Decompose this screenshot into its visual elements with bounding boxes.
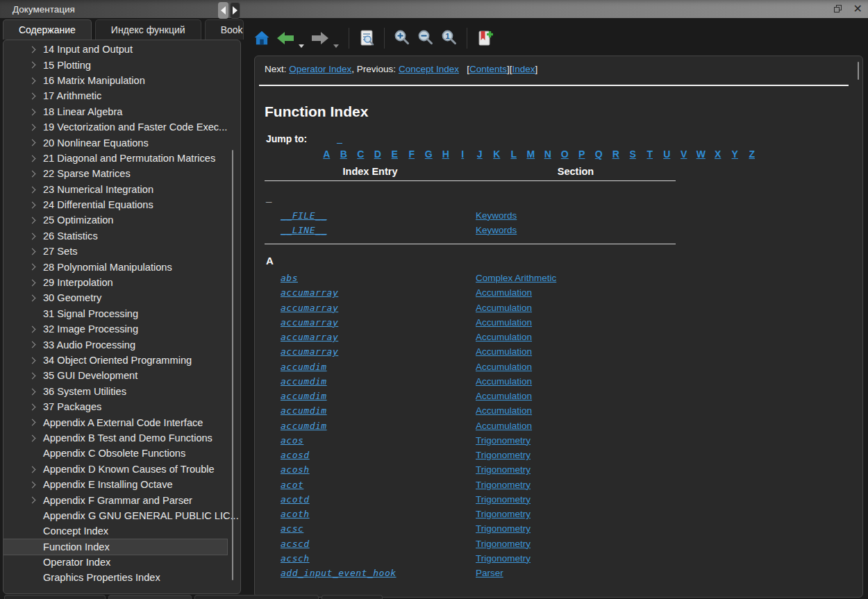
function-link[interactable]: acosh xyxy=(281,464,310,475)
nav-prev-link[interactable]: Concept Index xyxy=(399,64,459,74)
chevron-right-icon[interactable] xyxy=(29,404,36,411)
chevron-right-icon[interactable] xyxy=(29,124,36,131)
function-link[interactable]: accumarray xyxy=(281,346,338,357)
chevron-right-icon[interactable] xyxy=(29,497,36,504)
function-link[interactable]: acos xyxy=(281,435,303,446)
nav-contents-link[interactable]: Contents xyxy=(469,64,507,74)
tab-scroll-right-icon[interactable] xyxy=(230,2,240,19)
tab-contents[interactable]: Содержание xyxy=(3,19,92,40)
doc-scrollbar[interactable] xyxy=(858,62,859,80)
jump-letter-g[interactable]: G xyxy=(420,149,437,160)
chevron-right-icon[interactable] xyxy=(29,279,36,286)
section-link[interactable]: Accumulation xyxy=(476,287,532,298)
jump-letter-r[interactable]: R xyxy=(608,149,625,160)
jump-letter-w[interactable]: W xyxy=(692,149,710,160)
section-link[interactable]: Trigonometry xyxy=(476,450,531,460)
section-link[interactable]: Keywords xyxy=(476,210,517,221)
chevron-right-icon[interactable] xyxy=(29,435,36,441)
section-link[interactable]: Trigonometry xyxy=(476,480,531,490)
section-link[interactable]: Accumulation xyxy=(476,405,532,416)
sidebar-item-27-sets[interactable]: 27 Sets xyxy=(3,244,240,259)
chevron-right-icon[interactable] xyxy=(29,186,36,193)
section-link[interactable]: Accumulation xyxy=(476,421,532,431)
jump-letter-l[interactable]: L xyxy=(506,149,523,160)
sidebar-item-16-matrix-manipulation[interactable]: 16 Matrix Manipulation xyxy=(3,73,240,88)
section-link[interactable]: Trigonometry xyxy=(476,523,531,534)
function-link[interactable]: acoth xyxy=(281,509,310,519)
partial-button[interactable] xyxy=(108,595,192,599)
back-history-caret-icon[interactable] xyxy=(299,44,304,48)
section-link[interactable]: Trigonometry xyxy=(476,539,531,549)
sidebar-item-26-statistics[interactable]: 26 Statistics xyxy=(3,228,240,244)
function-link[interactable]: __FILE__ xyxy=(281,210,327,221)
function-link[interactable]: accumarray xyxy=(281,332,338,342)
function-link[interactable]: abs xyxy=(281,273,298,283)
chevron-right-icon[interactable] xyxy=(29,93,36,100)
function-link[interactable]: accumdim xyxy=(281,376,327,387)
function-link[interactable]: accumarray xyxy=(281,317,338,328)
sidebar-item-17-arithmetic[interactable]: 17 Arithmetic xyxy=(3,88,240,103)
chevron-right-icon[interactable] xyxy=(29,201,36,208)
zoom-original-icon[interactable]: 1 xyxy=(437,26,461,50)
sidebar-item-appendix-d-known-causes-of-trouble[interactable]: Appendix D Known Causes of Trouble xyxy=(3,462,240,477)
section-link[interactable]: Complex Arithmetic xyxy=(476,273,556,283)
jump-letter-underscore[interactable]: _ xyxy=(337,133,342,144)
section-link[interactable]: Trigonometry xyxy=(476,509,531,519)
section-link[interactable]: Accumulation xyxy=(476,332,532,342)
forward-arrow-icon[interactable] xyxy=(308,26,332,50)
chevron-right-icon[interactable] xyxy=(29,77,36,84)
add-bookmark-icon[interactable] xyxy=(473,26,496,50)
function-link[interactable]: acot xyxy=(281,480,303,490)
function-link[interactable]: accumdim xyxy=(281,391,327,401)
function-link[interactable]: acsc xyxy=(281,523,303,534)
section-link[interactable]: Parser xyxy=(476,568,503,578)
sidebar-item-32-image-processing[interactable]: 32 Image Processing xyxy=(3,321,240,337)
section-link[interactable]: Trigonometry xyxy=(476,435,531,446)
chevron-right-icon[interactable] xyxy=(29,108,36,115)
function-link[interactable]: __LINE__ xyxy=(281,225,327,235)
sidebar-item-33-audio-processing[interactable]: 33 Audio Processing xyxy=(3,337,240,352)
chevron-right-icon[interactable] xyxy=(29,341,36,348)
jump-letter-y[interactable]: Y xyxy=(726,149,744,160)
zoom-in-icon[interactable] xyxy=(390,26,414,50)
sidebar-item-21-diagonal-and-permutation-matrices[interactable]: 21 Diagonal and Permutation Matrices xyxy=(3,151,240,166)
jump-letter-f[interactable]: F xyxy=(403,149,421,160)
chevron-right-icon[interactable] xyxy=(29,171,36,178)
sidebar-item-22-sparse-matrices[interactable]: 22 Sparse Matrices xyxy=(3,166,240,181)
function-link[interactable]: acsch xyxy=(281,553,310,564)
function-link[interactable]: acscd xyxy=(281,539,310,549)
sidebar-item-operator-index[interactable]: Operator Index xyxy=(3,555,240,570)
chevron-right-icon[interactable] xyxy=(29,481,36,488)
sidebar-item-appendix-g-gnu-general-public-lic[interactable]: Appendix G GNU GENERAL PUBLIC LIC... xyxy=(3,508,240,523)
jump-letter-s[interactable]: S xyxy=(624,149,642,160)
partial-button[interactable] xyxy=(4,595,106,599)
forward-history-caret-icon[interactable] xyxy=(333,44,339,48)
sidebar-item-graphics-properties-index[interactable]: Graphics Properties Index xyxy=(3,570,240,585)
jump-letter-e[interactable]: E xyxy=(386,149,403,160)
sidebar-item-appendix-b-test-and-demo-functions[interactable]: Appendix B Test and Demo Functions xyxy=(3,430,240,446)
section-link[interactable]: Accumulation xyxy=(476,317,532,328)
chevron-right-icon[interactable] xyxy=(29,47,36,53)
jump-letter-u[interactable]: U xyxy=(658,149,676,160)
chevron-right-icon[interactable] xyxy=(29,264,36,271)
close-window-icon[interactable]: ✕ xyxy=(853,0,862,18)
sidebar-item-appendix-c-obsolete-functions[interactable]: Appendix C Obsolete Functions xyxy=(3,446,240,461)
function-link[interactable]: add_input_event_hook xyxy=(281,568,397,578)
chevron-right-icon[interactable] xyxy=(29,326,36,333)
sidebar-item-31-signal-processing[interactable]: 31 Signal Processing xyxy=(3,306,240,321)
jump-letter-k[interactable]: K xyxy=(488,149,506,160)
jump-letter-j[interactable]: J xyxy=(471,149,489,160)
sidebar-item-18-linear-algebra[interactable]: 18 Linear Algebra xyxy=(3,104,240,119)
sidebar-item-appendix-a-external-code-interface[interactable]: Appendix A External Code Interface xyxy=(3,414,240,430)
sidebar-item-19-vectorization-and-faster-code-exec[interactable]: 19 Vectorization and Faster Code Exec... xyxy=(3,119,240,135)
jump-letter-q[interactable]: Q xyxy=(590,149,608,160)
chevron-right-icon[interactable] xyxy=(29,466,36,473)
sidebar-item-34-object-oriented-programming[interactable]: 34 Object Oriented Programming xyxy=(3,353,240,368)
section-link[interactable]: Trigonometry xyxy=(476,464,531,475)
jump-letter-b[interactable]: B xyxy=(335,149,353,160)
nav-next-link[interactable]: Operator Index xyxy=(289,64,351,74)
sidebar-item-14-input-and-output[interactable]: 14 Input and Output xyxy=(3,42,240,57)
restore-window-icon[interactable] xyxy=(834,5,842,13)
function-link[interactable]: accumarray xyxy=(281,287,338,298)
sidebar-item-15-plotting[interactable]: 15 Plotting xyxy=(3,57,240,72)
